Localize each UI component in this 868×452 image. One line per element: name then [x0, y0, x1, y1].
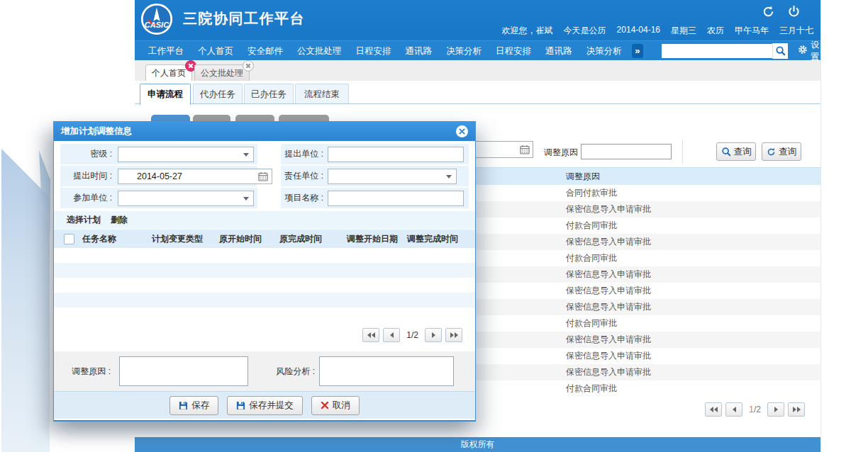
- propose-unit-input[interactable]: [328, 147, 464, 162]
- adjust-reason-label: 调整原因 :: [57, 351, 111, 392]
- tab-todo-tasks[interactable]: 代办任务: [193, 84, 243, 104]
- empty-row: [54, 248, 475, 263]
- plan-table-pagination: 1/2: [362, 328, 462, 342]
- settings-label: 设置: [811, 39, 820, 63]
- col-task-name: 任务名称: [82, 230, 116, 248]
- propose-time-value: 2014-05-27: [137, 171, 182, 181]
- nav-more-button[interactable]: »: [632, 44, 644, 58]
- tab-done-tasks[interactable]: 已办任务: [244, 84, 294, 104]
- dialog-footer: 保存 保存并提交 取消: [54, 391, 475, 419]
- first-page-button[interactable]: [362, 328, 379, 342]
- query-button[interactable]: 查询: [716, 142, 756, 161]
- save-button[interactable]: 保存: [169, 396, 218, 415]
- last-page-button[interactable]: [788, 402, 805, 417]
- floppy-icon: [236, 401, 245, 410]
- settings-button[interactable]: 设置: [798, 39, 820, 63]
- project-name-input[interactable]: [328, 191, 464, 206]
- save-submit-button-label: 保存并提交: [249, 400, 294, 412]
- search-input[interactable]: [662, 44, 772, 58]
- dialog-title-bar: 增加计划调整信息: [54, 122, 475, 141]
- nav-item-personal-home[interactable]: 个人首页: [191, 41, 240, 61]
- risk-analysis-label: 风险分析 :: [263, 351, 315, 392]
- duty-unit-select[interactable]: [328, 169, 457, 184]
- refresh-icon: [767, 147, 776, 157]
- next-page-button[interactable]: [425, 328, 442, 342]
- app-title: 三院协同工作平台: [183, 9, 305, 28]
- lunar-label: 农历: [707, 25, 724, 37]
- dialog-body: 密级 : 提出单位 : 提出时间 : 2014-05-27 责任单位 : 参加单…: [54, 141, 475, 419]
- save-button-label: 保存: [191, 400, 209, 412]
- next-page-button[interactable]: [767, 402, 784, 417]
- select-plan-link[interactable]: 选择计划: [67, 211, 101, 229]
- plan-table-rows: [54, 248, 475, 322]
- delete-link[interactable]: 删除: [111, 211, 128, 229]
- risk-analysis-textarea[interactable]: [319, 356, 454, 386]
- nav-item-schedule[interactable]: 日程安排: [349, 41, 399, 61]
- col-adjust-start: 调整开始日期: [347, 230, 398, 248]
- window-tab-bar: 个人首页 公文批处理: [135, 61, 820, 81]
- refresh-icon[interactable]: [761, 4, 775, 18]
- reason-filter-input[interactable]: [581, 144, 672, 159]
- welcome-text: 欢迎您，崔斌: [502, 25, 553, 37]
- search-button[interactable]: [772, 43, 788, 59]
- nav-item-contacts-2[interactable]: 通讯路: [538, 41, 579, 61]
- nav-item-secure-mail[interactable]: 安全邮件: [240, 41, 290, 61]
- process-tab-bar: 申请流程 代办任务 已办任务 流程结束: [135, 81, 820, 104]
- tab-apply-process[interactable]: 申请流程: [140, 84, 191, 105]
- calendar-icon[interactable]: [520, 145, 530, 157]
- date-prefix: 今天是公历: [564, 25, 606, 37]
- cancel-button-label: 取消: [333, 400, 350, 412]
- window-tab-personal-home[interactable]: 个人首页: [145, 64, 192, 81]
- prev-page-button[interactable]: [383, 328, 400, 342]
- chevron-down-icon: [446, 175, 452, 179]
- last-page-button[interactable]: [445, 328, 462, 342]
- empty-row: [54, 263, 475, 278]
- cancel-button[interactable]: 取消: [311, 396, 360, 415]
- propose-time-label: 提出时间 :: [61, 166, 112, 186]
- empty-row: [54, 293, 475, 307]
- prev-page-button[interactable]: [725, 402, 742, 417]
- nav-item-document-batch[interactable]: 公文批处理: [290, 41, 349, 61]
- main-nav: 工作平台 个人首页 安全邮件 公文批处理 日程安排 通讯路 决策分析 日程安排 …: [135, 40, 820, 60]
- red-x-icon: [321, 401, 329, 409]
- dialog-title: 增加计划调整信息: [61, 125, 132, 137]
- tab-finished-process[interactable]: 流程结束: [295, 84, 349, 104]
- current-page: 1: [749, 405, 754, 414]
- reason-risk-section: 调整原因 : 风险分析 :: [54, 351, 475, 392]
- nav-item-decision-analysis[interactable]: 决策分析: [439, 41, 489, 61]
- nav-item-work-platform[interactable]: 工作平台: [141, 41, 191, 61]
- copyright-footer: 版权所有: [135, 437, 820, 452]
- tab-close-icon[interactable]: [243, 60, 254, 72]
- calendar-icon[interactable]: [258, 171, 268, 186]
- propose-time-input[interactable]: 2014-05-27: [118, 169, 272, 184]
- secret-level-select[interactable]: [118, 147, 254, 162]
- nav-item-decision-analysis-2[interactable]: 决策分析: [579, 41, 629, 61]
- lunar-day: 三月十七: [779, 25, 813, 37]
- select-all-checkbox[interactable]: [64, 234, 74, 244]
- adjust-reason-textarea[interactable]: [119, 356, 248, 386]
- reset-query-button[interactable]: 查询: [762, 142, 801, 161]
- query-button-label: 查询: [734, 146, 752, 158]
- window-tab-document-batch[interactable]: 公文批处理: [194, 64, 250, 81]
- project-name-label: 项目名称 :: [281, 188, 323, 208]
- col-change-type: 计划变更类型: [152, 230, 203, 248]
- first-page-button[interactable]: [705, 402, 722, 417]
- chevron-down-icon: [243, 197, 249, 200]
- nav-item-schedule-2[interactable]: 日程安排: [489, 41, 538, 61]
- search-icon: [721, 147, 731, 157]
- save-and-submit-button[interactable]: 保存并提交: [227, 396, 303, 415]
- app-header: CASIC 三院协同工作平台 欢迎您，崔斌 今天是公历 2014-04-16 星…: [135, 0, 820, 40]
- add-plan-adjustment-dialog: 增加计划调整信息 密级 : 提出单位 : 提出时间 : 2014-05-27: [53, 121, 476, 422]
- search-icon: [775, 45, 786, 56]
- page: CASIC 三院协同工作平台 欢迎您，崔斌 今天是公历 2014-04-16 星…: [0, 0, 868, 452]
- join-unit-select[interactable]: [118, 191, 254, 206]
- divider: [682, 140, 683, 164]
- propose-unit-label: 提出单位 :: [281, 144, 323, 164]
- close-icon[interactable]: [456, 125, 468, 137]
- lunar-year: 甲午马年: [735, 25, 769, 37]
- power-icon[interactable]: [786, 4, 801, 18]
- col-adjust-finish: 调整完成时间: [407, 230, 458, 248]
- page-indicator: 1/2: [749, 405, 761, 414]
- col-orig-finish: 原完成时间: [279, 230, 322, 248]
- nav-item-contacts[interactable]: 通讯路: [399, 41, 440, 61]
